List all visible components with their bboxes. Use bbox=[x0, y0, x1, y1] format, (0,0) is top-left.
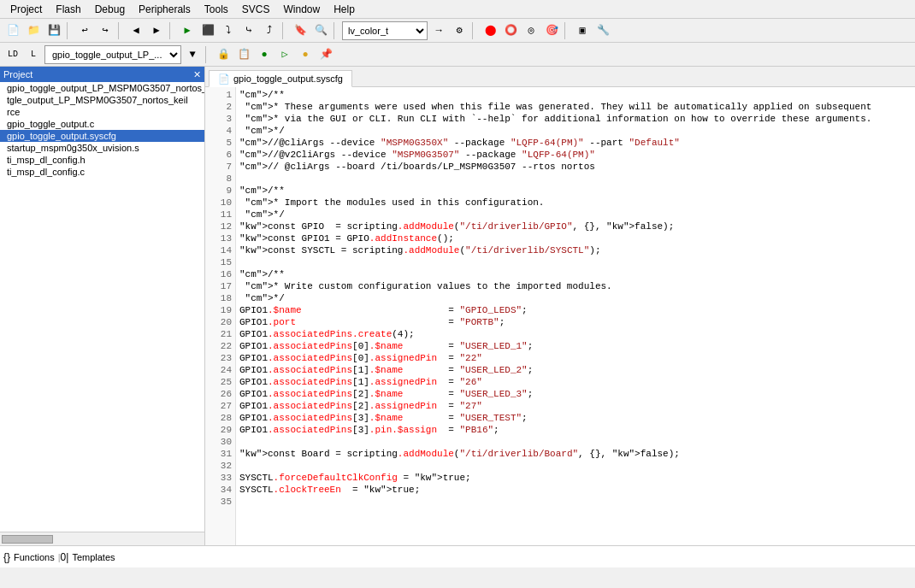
target3-btn[interactable]: ◎ bbox=[522, 21, 540, 40]
menu-project[interactable]: Project bbox=[3, 2, 49, 17]
back-btn[interactable]: ◀ bbox=[127, 21, 145, 40]
code-line: SYSCTL.forceDefaultClkConfig = "kw">true… bbox=[239, 472, 912, 484]
sep1 bbox=[67, 22, 72, 39]
menu-window[interactable]: Window bbox=[276, 2, 327, 17]
settings-btn[interactable]: ⚙ bbox=[450, 21, 469, 40]
code-line: GPIO1.associatedPins[2].assignedPin = "2… bbox=[239, 400, 912, 412]
tab-syscfg[interactable]: 📄 gpio_toggle_output.syscfg bbox=[209, 70, 352, 87]
menu-flash[interactable]: Flash bbox=[49, 2, 87, 17]
code-line: GPIO1.associatedPins.create(4); bbox=[239, 328, 912, 340]
menubar: Project Flash Debug Peripherals Tools SV… bbox=[0, 0, 915, 19]
run-btn[interactable]: ▶ bbox=[178, 21, 197, 40]
code-line: GPIO1.associatedPins[1].$name = "USER_LE… bbox=[239, 364, 912, 376]
step-out-btn[interactable]: ⤴ bbox=[260, 21, 279, 40]
file-item[interactable]: gpio_toggle_output.syscfg bbox=[0, 130, 204, 142]
templates-btn[interactable]: Templates bbox=[68, 551, 118, 563]
save-btn[interactable]: 💾 bbox=[44, 21, 63, 40]
file-item[interactable]: startup_mspm0g350x_uvision.s bbox=[0, 142, 204, 154]
new-file-btn[interactable]: 📄 bbox=[3, 21, 22, 40]
tb2-config-btn[interactable]: 🔒 bbox=[214, 45, 233, 64]
code-line: "cm">* Write custom configuration values… bbox=[239, 280, 912, 292]
target2-btn[interactable]: ⭕ bbox=[501, 21, 520, 40]
menu-peripherals[interactable]: Peripherals bbox=[132, 2, 198, 17]
menu-svcs[interactable]: SVCS bbox=[235, 2, 277, 17]
target-btn[interactable]: ⬤ bbox=[481, 21, 499, 40]
tb2-yellow-btn[interactable]: ● bbox=[296, 45, 315, 64]
functions-btn[interactable]: Functions bbox=[10, 551, 58, 563]
code-line: "cm">/** bbox=[239, 268, 912, 280]
code-line: "cm">/** bbox=[239, 89, 912, 101]
code-line bbox=[239, 436, 912, 448]
file-item[interactable]: gpio_toggle_output_LP_MSPM0G3507_nortos_… bbox=[0, 82, 204, 94]
tb2-pin-btn[interactable]: 📌 bbox=[316, 45, 335, 64]
code-line: GPIO1.port = "PORTB"; bbox=[239, 316, 912, 328]
open-file-btn[interactable]: 📁 bbox=[24, 21, 43, 40]
menu-help[interactable]: Help bbox=[327, 2, 362, 17]
code-content[interactable]: "cm">/** "cm">* These arguments were use… bbox=[236, 87, 915, 545]
step-into-btn[interactable]: ⤷ bbox=[239, 21, 258, 40]
tab-bar: 📄 gpio_toggle_output.syscfg bbox=[205, 67, 915, 87]
forward-btn[interactable]: ▶ bbox=[147, 21, 166, 40]
code-line: "cm">/** bbox=[239, 185, 912, 197]
undo-btn[interactable]: ↩ bbox=[75, 21, 94, 40]
go-btn[interactable]: → bbox=[429, 21, 448, 40]
target4-btn[interactable]: 🎯 bbox=[542, 21, 561, 40]
redo-btn[interactable]: ↪ bbox=[96, 21, 115, 40]
file-item[interactable]: tgle_output_LP_MSPM0G3507_nortos_keil bbox=[0, 94, 204, 106]
tb2-green-btn[interactable]: ● bbox=[255, 45, 274, 64]
toolbar1: 📄 📁 💾 ↩ ↪ ◀ ▶ ▶ ⬛ ⤵ ⤷ ⤴ 🔖 🔍 lv_color_t →… bbox=[0, 19, 915, 43]
file-item[interactable]: ti_msp_dl_config.h bbox=[0, 154, 204, 166]
code-line: "cm">//@v2CliArgs --device "MSPM0G3507" … bbox=[239, 149, 912, 161]
sep8 bbox=[205, 46, 210, 63]
code-line: GPIO1.$name = "GPIO_LEDS"; bbox=[239, 304, 912, 316]
step-over-btn[interactable]: ⤵ bbox=[219, 21, 238, 40]
code-line: "kw">const GPIO1 = GPIO.addInstance(); bbox=[239, 232, 912, 244]
code-line: GPIO1.associatedPins[1].assignedPin = "2… bbox=[239, 376, 912, 388]
wrench-btn[interactable]: 🔧 bbox=[593, 21, 612, 40]
symbol-combo[interactable]: lv_color_t bbox=[342, 21, 428, 40]
tb2-btn1[interactable]: LD bbox=[3, 45, 22, 64]
code-line: GPIO1.associatedPins[3].pin.$assign = "P… bbox=[239, 424, 912, 436]
hscroll[interactable] bbox=[0, 532, 204, 545]
menu-tools[interactable]: Tools bbox=[198, 2, 235, 17]
bottom-bar: {} Functions | 0| Templates bbox=[0, 545, 915, 567]
search-btn[interactable]: 🔍 bbox=[311, 21, 330, 40]
code-area: 1234567891011121314151617181920212223242… bbox=[205, 87, 915, 545]
left-panel: Project ✕ gpio_toggle_output_LP_MSPM0G35… bbox=[0, 67, 205, 545]
code-line: "cm">* via the GUI or CLI. Run CLI with … bbox=[239, 113, 912, 125]
project-combo[interactable]: gpio_toggle_output_LP_... bbox=[44, 45, 181, 64]
code-line: "cm">*/ bbox=[239, 125, 912, 137]
window-btn[interactable]: ▣ bbox=[573, 21, 592, 40]
code-line: SYSCTL.clockTreeEn = "kw">true; bbox=[239, 484, 912, 496]
left-panel-close[interactable]: ✕ bbox=[193, 69, 201, 80]
code-line: "cm">* Import the modules used in this c… bbox=[239, 197, 912, 209]
code-line: "cm">*/ bbox=[239, 209, 912, 220]
tb2-copy-btn[interactable]: 📋 bbox=[234, 45, 253, 64]
code-line: "kw">const SYSCTL = scripting.addModule(… bbox=[239, 244, 912, 256]
file-item[interactable]: ti_msp_dl_config.c bbox=[0, 166, 204, 178]
tb2-btn2[interactable]: L bbox=[24, 45, 43, 64]
tab-label: gpio_toggle_output.syscfg bbox=[233, 74, 343, 84]
code-line bbox=[239, 496, 912, 508]
file-item[interactable]: rce bbox=[0, 106, 204, 118]
code-line bbox=[239, 173, 912, 185]
sep4 bbox=[282, 22, 287, 39]
code-line: "cm">* These arguments were used when th… bbox=[239, 101, 912, 113]
sep7 bbox=[564, 22, 570, 39]
stop-btn[interactable]: ⬛ bbox=[198, 21, 217, 40]
tb2-run2-btn[interactable]: ▷ bbox=[275, 45, 294, 64]
code-line bbox=[239, 460, 912, 472]
file-item[interactable]: gpio_toggle_output.c bbox=[0, 118, 204, 130]
left-panel-title: Project bbox=[3, 69, 32, 79]
left-panel-header: Project ✕ bbox=[0, 67, 204, 82]
sep6 bbox=[472, 22, 477, 39]
code-line: "kw">const Board = scripting.addModule("… bbox=[239, 448, 912, 460]
tb2-arrow-btn[interactable]: ▼ bbox=[183, 45, 202, 64]
file-tree: gpio_toggle_output_LP_MSPM0G3507_nortos_… bbox=[0, 82, 204, 532]
menu-debug[interactable]: Debug bbox=[88, 2, 132, 17]
bookmark-btn[interactable]: 🔖 bbox=[291, 21, 310, 40]
code-line bbox=[239, 256, 912, 268]
code-line: "kw">const GPIO = scripting.addModule("/… bbox=[239, 220, 912, 232]
line-numbers: 1234567891011121314151617181920212223242… bbox=[205, 87, 236, 545]
curly-icon: {} bbox=[3, 551, 10, 563]
